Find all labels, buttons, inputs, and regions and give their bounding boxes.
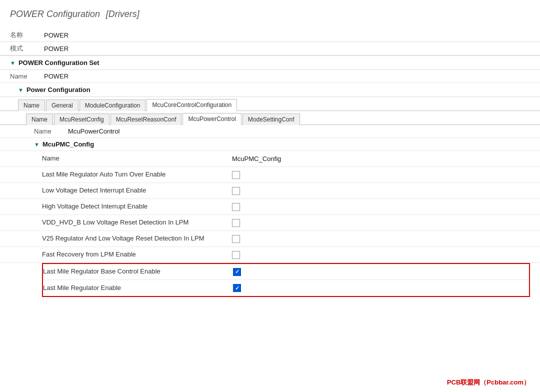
unchecked-icon-0 [232,171,240,179]
mode-label: 模式 [10,44,40,53]
inner-name-row: Name McuPowerControl [0,125,540,138]
footer-text: PCB联盟网（Pcbbar.com） [447,378,530,387]
power-configuration-title: Power Configuration [26,86,90,94]
mcu-pmc-name-label: Name [42,154,232,163]
tab-name[interactable]: Name [18,100,45,111]
config-row-5: Fast Recovery from LPM Enable [0,247,540,263]
inner-name-value: McuPowerControl [68,128,120,135]
tab-mcu-power-control[interactable]: McuPowerControl [182,113,241,125]
config-row-3: VDD_HVD_B Low Voltage Reset Detection In… [0,215,540,231]
power-config-set-title: POWER Configuration Set [18,59,100,66]
highlighted-label-0: Last Mile Regulator Base Control Enable [43,267,233,276]
checked-icon-0: ✓ [233,268,241,276]
chevron-icon-3: ▼ [34,142,40,148]
checkbox-0[interactable] [232,171,240,179]
name-field-row: 名称 POWER [0,28,540,42]
chevron-icon: ▼ [10,60,16,66]
checkbox-checked-1[interactable]: ✓ [233,284,241,292]
mode-field-row: 模式 POWER [0,42,540,56]
config-set-name-value: POWER [44,72,68,80]
tab-mcu-reset-config[interactable]: McuResetConfig [54,114,110,125]
mcu-pmc-config-header[interactable]: ▼ McuPMC_Config [0,138,540,151]
config-row-0: Last Mile Regulator Auto Turn Over Enabl… [0,167,540,183]
checkbox-2[interactable] [232,203,240,211]
highlighted-group: Last Mile Regulator Base Control Enable … [42,263,530,297]
tab-mcu-core-control[interactable]: McuCoreControlConfiguration [146,99,237,111]
tab-mcu-reset-reason[interactable]: McuResetReasonConf [110,114,182,125]
config-label-4: V25 Regulator And Low Voltage Reset Dete… [42,234,232,243]
config-label-3: VDD_HVD_B Low Voltage Reset Detection In… [42,218,232,227]
config-row-2: High Voltage Detect Interrupt Enable [0,199,540,215]
config-label-5: Fast Recovery from LPM Enable [42,250,232,259]
unchecked-icon-5 [232,251,240,259]
outer-tabs-row: Name General ModuleConfiguration McuCore… [0,97,540,111]
highlighted-row-1: Last Mile Regulator Enable ✓ [43,280,529,296]
power-config-set-header[interactable]: ▼ POWER Configuration Set [0,56,540,70]
tab-mode-setting[interactable]: ModeSettingConf [242,114,300,125]
tab-module-configuration[interactable]: ModuleConfiguration [80,100,146,111]
inner-name-label: Name [34,128,64,135]
mcu-pmc-name-value: McuPMC_Config [232,155,281,162]
config-row-4: V25 Regulator And Low Voltage Reset Dete… [0,231,540,247]
tab-inner-name[interactable]: Name [26,114,53,125]
checkbox-4[interactable] [232,235,240,243]
mcu-pmc-name-row: Name McuPMC_Config [0,151,540,167]
tab-general[interactable]: General [46,100,78,111]
power-configuration-header[interactable]: ▼ Power Configuration [0,83,540,97]
subtitle-text: [Drivers] [106,9,140,19]
mode-value: POWER [44,45,68,52]
checked-icon-1: ✓ [233,284,241,292]
highlighted-row-0: Last Mile Regulator Base Control Enable … [43,264,529,280]
page-title: POWER Configuration [Drivers] [10,8,530,20]
unchecked-icon-4 [232,235,240,243]
config-label-0: Last Mile Regulator Auto Turn Over Enabl… [42,170,232,179]
checkbox-1[interactable] [232,187,240,195]
highlighted-label-1: Last Mile Regulator Enable [43,284,233,292]
name-value: POWER [44,32,68,39]
inner-tabs-row: Name McuResetConfig McuResetReasonConf M… [0,111,540,125]
config-set-name-row: Name POWER [0,70,540,83]
config-row-1: Low Voltage Detect Interrupt Enable [0,183,540,199]
name-label: 名称 [10,30,40,40]
unchecked-icon-2 [232,203,240,211]
power-config-set-section: ▼ POWER Configuration Set Name POWER ▼ P… [0,56,540,297]
chevron-icon-2: ▼ [18,87,24,93]
config-label-1: Low Voltage Detect Interrupt Enable [42,186,232,195]
checkbox-3[interactable] [232,219,240,227]
mcu-pmc-config-title: McuPMC_Config [42,140,94,148]
config-set-name-label: Name [10,72,40,80]
unchecked-icon-1 [232,187,240,195]
title-text: POWER Configuration [10,9,100,19]
unchecked-icon-3 [232,219,240,227]
checkbox-checked-0[interactable]: ✓ [233,268,241,276]
checkbox-5[interactable] [232,251,240,259]
config-label-2: High Voltage Detect Interrupt Enable [42,202,232,211]
